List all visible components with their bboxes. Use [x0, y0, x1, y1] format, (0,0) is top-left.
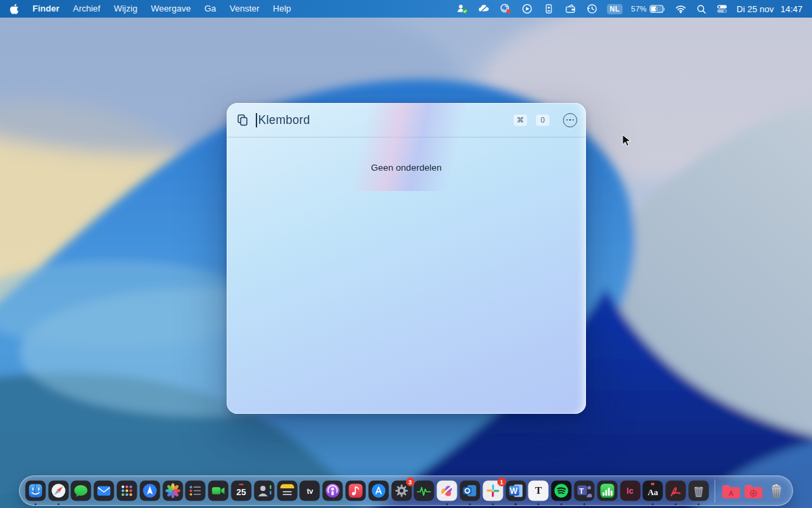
- dock-item-safari[interactable]: [47, 480, 70, 502]
- dock-item-typora[interactable]: T: [527, 480, 549, 502]
- menu-bar-date: Di 25 nov: [737, 4, 774, 14]
- safari-running-indicator: [58, 503, 60, 505]
- search-input[interactable]: Klembord: [256, 113, 508, 127]
- battery-icon: [650, 5, 666, 14]
- activity-icon: [413, 480, 435, 502]
- dock-item-reminders[interactable]: [184, 480, 206, 502]
- klembord-window: Klembord ⌘ 0 Geen onderdelen: [227, 103, 586, 414]
- dock-item-maps[interactable]: [139, 480, 161, 502]
- tv-icon: [298, 480, 321, 502]
- teams-icon: [573, 480, 595, 502]
- status-item-user-check[interactable]: [456, 3, 468, 15]
- dock-item-calendar[interactable]: 25: [230, 480, 252, 502]
- menu-ga[interactable]: Ga: [198, 3, 223, 14]
- shredder-icon: [687, 480, 710, 502]
- dock-item-mail[interactable]: [93, 480, 115, 502]
- apple-menu[interactable]: [8, 3, 24, 15]
- dock-item-photos[interactable]: [162, 480, 184, 502]
- dock-item-folder2[interactable]: [742, 480, 765, 502]
- numbers-icon: [596, 480, 618, 502]
- status-item-play[interactable]: [521, 3, 533, 15]
- menu-wijzig[interactable]: Wijzig: [107, 3, 144, 14]
- menu-help[interactable]: Help: [266, 3, 298, 14]
- facetime-icon: [207, 480, 229, 502]
- acrobat-running-indicator: [675, 503, 677, 505]
- dock-item-messages[interactable]: [70, 480, 92, 502]
- dock-item-incopy[interactable]: Ic: [619, 480, 641, 502]
- dock-item-spotify[interactable]: [550, 480, 572, 502]
- dock: 25tv31WTTIcAa: [19, 475, 793, 506]
- menu-bar: FinderArchiefWijzigWeergaveGaVensterHelp…: [0, 0, 812, 18]
- calendar-icon: [230, 480, 252, 502]
- dock-item-finder[interactable]: [24, 480, 47, 502]
- shredder-running-indicator: [698, 503, 700, 505]
- wifi-icon: [675, 3, 687, 15]
- trash-icon: [765, 480, 788, 502]
- dock-item-acrobat[interactable]: [664, 480, 687, 502]
- wifi-menu[interactable]: [675, 3, 687, 15]
- dock-item-settings[interactable]: 3: [390, 480, 413, 502]
- dock-item-contacts[interactable]: [253, 480, 275, 502]
- menu-bar-time: 14:47: [780, 4, 803, 14]
- control-center-icon: [716, 3, 728, 15]
- menu-weergave[interactable]: Weergave: [144, 3, 198, 14]
- outlook-running-indicator: [469, 503, 471, 505]
- dock-item-shredder[interactable]: [687, 480, 710, 502]
- dock-item-numbers[interactable]: [596, 480, 618, 502]
- menu-finder[interactable]: Finder: [26, 3, 66, 14]
- folder1-icon: [720, 480, 742, 502]
- dock-item-trash[interactable]: [765, 480, 788, 502]
- incopy-icon: [619, 480, 641, 502]
- fonts-icon: [641, 480, 664, 502]
- maps-icon: [139, 480, 161, 502]
- dock-item-music[interactable]: [344, 480, 367, 502]
- spotlight-menu[interactable]: [696, 3, 707, 15]
- control-center-menu[interactable]: [716, 3, 728, 15]
- status-item-cloud[interactable]: [478, 3, 490, 15]
- user-verified-icon: [456, 3, 468, 15]
- word-icon: [505, 480, 527, 502]
- dock-item-notes[interactable]: [276, 480, 298, 502]
- dock-item-tv[interactable]: tv: [298, 480, 321, 502]
- typora-icon: [527, 480, 549, 502]
- empty-state-label: Geen onderdelen: [227, 163, 586, 173]
- battery-status[interactable]: 57%: [631, 5, 666, 14]
- outlook-icon: [459, 480, 481, 502]
- status-item-timemachine[interactable]: [586, 3, 598, 15]
- dock-item-slack[interactable]: 1: [482, 480, 504, 502]
- header-divider: [227, 137, 585, 137]
- menu-venster[interactable]: Venster: [223, 3, 266, 14]
- dock-item-paint[interactable]: [436, 480, 458, 502]
- battery-percent-label: 57%: [631, 5, 647, 13]
- podcasts-icon: [321, 480, 344, 502]
- dock-item-launchpad[interactable]: [116, 480, 138, 502]
- dock-item-folder1[interactable]: [720, 480, 742, 502]
- window-body: Geen onderdelen: [227, 163, 586, 173]
- clock-menu[interactable]: Di 25 nov 14:47: [737, 4, 803, 14]
- status-item-wallet[interactable]: [564, 3, 577, 15]
- messages-icon: [70, 480, 92, 502]
- dock-item-outlook[interactable]: [459, 480, 481, 502]
- status-item-iphone[interactable]: [543, 3, 555, 15]
- text-caret: [256, 113, 257, 127]
- dock-item-podcasts[interactable]: [321, 480, 344, 502]
- input-source-badge[interactable]: NL: [607, 4, 622, 14]
- photos-icon: [162, 480, 184, 502]
- menu-archief[interactable]: Archief: [66, 3, 107, 14]
- dock-item-fonts[interactable]: Aa: [641, 480, 664, 502]
- dock-item-teams[interactable]: T: [573, 480, 595, 502]
- status-item-swirl[interactable]: [499, 3, 512, 15]
- word-running-indicator: [514, 503, 516, 505]
- dock-item-word[interactable]: W: [505, 480, 527, 502]
- search-icon: [696, 3, 707, 15]
- time-machine-icon: [586, 3, 598, 15]
- menu-bar-left: FinderArchiefWijzigWeergaveGaVensterHelp: [8, 0, 298, 18]
- more-options-button[interactable]: [563, 113, 577, 127]
- dock-item-activity[interactable]: [413, 480, 435, 502]
- iphone-mirroring-icon: [543, 3, 555, 15]
- dock-item-appstore[interactable]: [367, 480, 390, 502]
- notification-app-icon: [499, 3, 512, 15]
- typora-running-indicator: [537, 503, 539, 505]
- dock-separator: [715, 480, 715, 503]
- dock-item-facetime[interactable]: [207, 480, 229, 502]
